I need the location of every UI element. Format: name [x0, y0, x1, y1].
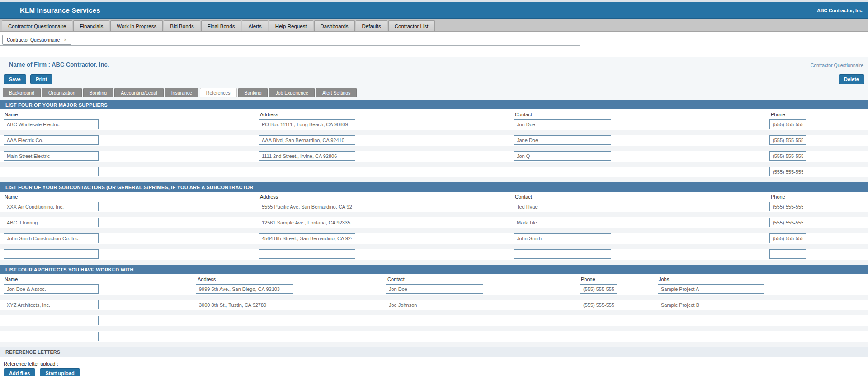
tab-background[interactable]: Background	[3, 88, 41, 97]
supplier-4-contact-input[interactable]	[514, 167, 611, 176]
architect-3-contact-input[interactable]	[386, 316, 483, 325]
tab-references[interactable]: References	[200, 88, 237, 97]
subcontractor-3-contact-input[interactable]	[514, 233, 611, 243]
supplier-1-address-input[interactable]	[259, 119, 355, 129]
tab-job-experience[interactable]: Job Experience	[269, 88, 314, 97]
subcontractor-row-3	[0, 233, 868, 249]
subcontractor-1-phone-input[interactable]	[769, 202, 806, 211]
jobs-column-label: Jobs	[659, 276, 669, 282]
subcontractor-4-name-input[interactable]	[4, 249, 99, 259]
nav-bid-bonds[interactable]: Bid Bonds	[164, 20, 200, 31]
add-files-button[interactable]: Add files	[4, 368, 35, 376]
document-tab-contractor-questionnaire[interactable]: Contractor Questionnaire ×	[2, 35, 71, 45]
architect-2-name-input[interactable]	[4, 300, 99, 309]
architect-4-name-input[interactable]	[4, 332, 99, 341]
supplier-2-contact-input[interactable]	[514, 135, 611, 145]
subcontractor-row-1	[0, 201, 868, 217]
name-column-label: Name	[5, 276, 18, 282]
reference-letter-upload-label: Reference letter upload :	[0, 357, 868, 368]
supplier-1-phone-input[interactable]	[769, 119, 806, 129]
subcontractor-4-address-input[interactable]	[259, 249, 355, 259]
tab-accounting-legal[interactable]: Accounting/Legal	[114, 88, 164, 97]
supplier-1-contact-input[interactable]	[514, 119, 611, 129]
architect-4-contact-input[interactable]	[386, 332, 483, 341]
phone-column-label: Phone	[771, 194, 785, 200]
supplier-4-name-input[interactable]	[4, 167, 99, 176]
architect-1-contact-input[interactable]	[386, 284, 483, 294]
architect-1-address-input[interactable]	[196, 284, 293, 294]
supplier-2-name-input[interactable]	[4, 135, 99, 145]
supplier-2-phone-input[interactable]	[769, 135, 806, 145]
subcontractor-3-name-input[interactable]	[4, 233, 99, 243]
contact-column-label: Contact	[515, 112, 532, 117]
contact-column-label: Contact	[387, 276, 405, 282]
subcontractor-2-address-input[interactable]	[259, 218, 355, 227]
subcontractor-4-phone-input[interactable]	[769, 249, 806, 259]
delete-button[interactable]: Delete	[839, 74, 864, 84]
nav-work-in-progress[interactable]: Work in Progress	[110, 20, 163, 31]
phone-column-label: Phone	[581, 276, 595, 282]
architect-2-contact-input[interactable]	[386, 300, 483, 309]
architect-row-1	[0, 284, 868, 300]
nav-alerts[interactable]: Alerts	[242, 20, 268, 31]
supplier-2-address-input[interactable]	[259, 135, 355, 145]
print-button[interactable]: Print	[30, 74, 52, 84]
tab-organization[interactable]: Organization	[42, 88, 82, 97]
nav-help-request[interactable]: Help Request	[269, 20, 313, 31]
supplier-4-address-input[interactable]	[259, 167, 355, 176]
subcontractors-section: LIST FOUR OF YOUR SUBCONTACTORS (OR GENE…	[0, 182, 868, 265]
architect-3-name-input[interactable]	[4, 316, 99, 325]
start-upload-button[interactable]: Start upload	[40, 368, 80, 376]
subcontractor-2-contact-input[interactable]	[514, 218, 611, 227]
architect-2-address-input[interactable]	[196, 300, 293, 309]
architect-4-address-input[interactable]	[196, 332, 293, 341]
subcontractor-row-2	[0, 217, 868, 233]
supplier-3-name-input[interactable]	[4, 151, 99, 161]
major-suppliers-section: LIST FOUR OF YOUR MAJOR SUPPLIERS Name A…	[0, 100, 868, 182]
tab-insurance[interactable]: Insurance	[165, 88, 198, 97]
subcontractor-1-contact-input[interactable]	[514, 202, 611, 211]
architect-4-jobs-input[interactable]	[658, 332, 764, 341]
architect-3-phone-input[interactable]	[580, 316, 617, 325]
architects-section: LIST FOUR ARCHITECTS YOU HAVE WORKED WIT…	[0, 265, 868, 347]
architect-1-name-input[interactable]	[4, 284, 99, 294]
subcontractor-3-address-input[interactable]	[259, 233, 355, 243]
tab-banking[interactable]: Banking	[238, 88, 268, 97]
nav-contractor-questionnaire[interactable]: Contractor Questionnaire	[2, 20, 72, 31]
architect-1-jobs-input[interactable]	[658, 284, 764, 294]
subcontractor-2-phone-input[interactable]	[769, 218, 806, 227]
subcontractor-4-contact-input[interactable]	[514, 249, 611, 259]
nav-financials[interactable]: Financials	[73, 20, 109, 31]
subcontractor-1-name-input[interactable]	[4, 202, 99, 211]
architect-3-jobs-input[interactable]	[658, 316, 764, 325]
supplier-4-phone-input[interactable]	[769, 167, 806, 176]
questionnaire-panel-header: Name of Firm : ABC Contractor, Inc. Cont…	[0, 57, 868, 100]
architect-row-3	[0, 315, 868, 331]
supplier-1-name-input[interactable]	[4, 119, 99, 129]
tab-alert-settings[interactable]: Alert Settings	[316, 88, 357, 97]
nav-dashboards[interactable]: Dashboards	[314, 20, 355, 31]
supplier-3-phone-input[interactable]	[769, 151, 806, 161]
supplier-3-address-input[interactable]	[259, 151, 355, 161]
architect-3-address-input[interactable]	[196, 316, 293, 325]
architect-2-jobs-input[interactable]	[658, 300, 764, 309]
nav-final-bonds[interactable]: Final Bonds	[201, 20, 241, 31]
subcontractors-header: LIST FOUR OF YOUR SUBCONTACTORS (OR GENE…	[0, 182, 868, 192]
subcontractor-3-phone-input[interactable]	[769, 233, 806, 243]
nav-contractor-list[interactable]: Contractor List	[388, 20, 435, 31]
close-icon[interactable]: ×	[64, 38, 66, 43]
nav-defaults[interactable]: Defaults	[356, 20, 387, 31]
reference-letters-section: REFERENCE LETTERS Reference letter uploa…	[0, 347, 868, 376]
supplier-3-contact-input[interactable]	[514, 151, 611, 161]
save-button[interactable]: Save	[4, 74, 26, 84]
architect-2-phone-input[interactable]	[580, 300, 617, 309]
subcontractor-2-name-input[interactable]	[4, 218, 99, 227]
architect-row-4	[0, 331, 868, 347]
architect-1-phone-input[interactable]	[580, 284, 617, 294]
questionnaire-subtabs: Background Organization Bonding Accounti…	[0, 84, 868, 97]
architect-4-phone-input[interactable]	[580, 332, 617, 341]
contractor-questionnaire-link[interactable]: Contractor Questionnaire	[811, 62, 863, 68]
major-suppliers-column-labels: Name Address Contact Phone	[0, 109, 868, 119]
subcontractor-1-address-input[interactable]	[259, 202, 355, 211]
tab-bonding[interactable]: Bonding	[83, 88, 113, 97]
